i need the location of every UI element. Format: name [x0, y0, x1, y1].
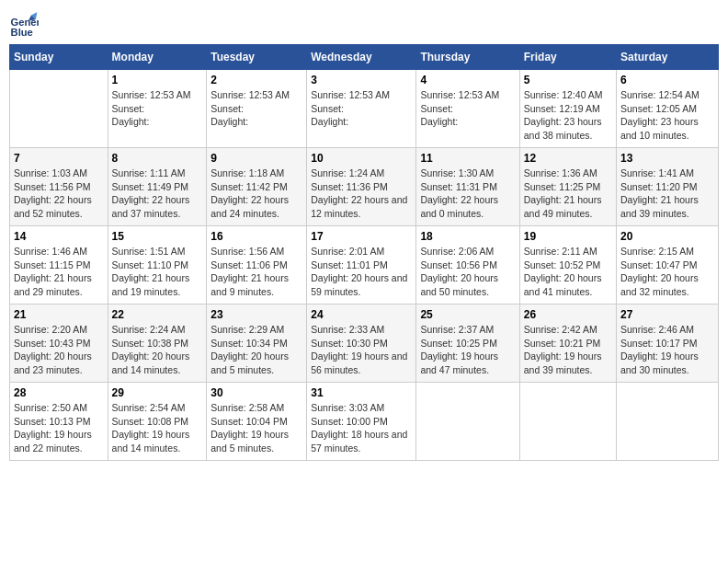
day-number: 27 — [620, 308, 714, 321]
day-cell: 27Sunrise: 2:46 AM Sunset: 10:17 PM Dayl… — [617, 304, 719, 383]
day-number: 2 — [210, 74, 302, 86]
day-number: 28 — [14, 386, 104, 399]
day-info: Sunrise: 12:53 AM Sunset: Daylight: — [311, 88, 412, 129]
day-cell: 3Sunrise: 12:53 AM Sunset: Daylight: — [307, 70, 416, 148]
day-cell: 31Sunrise: 3:03 AM Sunset: 10:00 PM Dayl… — [307, 383, 416, 461]
day-info: Sunrise: 12:54 AM Sunset: 12:05 AM Dayli… — [620, 88, 714, 143]
day-number: 22 — [112, 308, 203, 321]
day-info: Sunrise: 2:33 AM Sunset: 10:30 PM Daylig… — [311, 323, 412, 377]
calendar-table: SundayMondayTuesdayWednesdayThursdayFrid… — [9, 44, 719, 461]
day-info: Sunrise: 1:41 AM Sunset: 11:20 PM Daylig… — [620, 167, 714, 221]
day-cell: 21Sunrise: 2:20 AM Sunset: 10:43 PM Dayl… — [10, 304, 108, 383]
day-number: 10 — [311, 152, 412, 165]
day-number: 5 — [524, 74, 612, 86]
day-number: 19 — [524, 230, 612, 243]
day-cell: 4Sunrise: 12:53 AM Sunset: Daylight: — [416, 70, 519, 148]
day-info: Sunrise: 3:03 AM Sunset: 10:00 PM Daylig… — [311, 401, 412, 455]
day-info: Sunrise: 2:54 AM Sunset: 10:08 PM Daylig… — [112, 401, 203, 455]
week-row-4: 21Sunrise: 2:20 AM Sunset: 10:43 PM Dayl… — [10, 304, 719, 383]
day-cell: 22Sunrise: 2:24 AM Sunset: 10:38 PM Dayl… — [108, 304, 207, 383]
day-info: Sunrise: 2:37 AM Sunset: 10:25 PM Daylig… — [420, 323, 515, 377]
week-row-1: 1Sunrise: 12:53 AM Sunset: Daylight: 2Su… — [10, 70, 719, 148]
day-cell: 30Sunrise: 2:58 AM Sunset: 10:04 PM Dayl… — [207, 383, 307, 461]
day-info: Sunrise: 2:06 AM Sunset: 10:56 PM Daylig… — [420, 245, 515, 299]
week-row-5: 28Sunrise: 2:50 AM Sunset: 10:13 PM Dayl… — [10, 383, 719, 461]
days-header-row: SundayMondayTuesdayWednesdayThursdayFrid… — [10, 45, 719, 70]
day-number: 18 — [420, 230, 515, 243]
day-info: Sunrise: 1:51 AM Sunset: 11:10 PM Daylig… — [112, 245, 203, 299]
day-header-friday: Friday — [519, 45, 616, 70]
svg-text:Blue: Blue — [11, 27, 33, 38]
day-number: 12 — [524, 152, 612, 165]
day-cell — [519, 383, 616, 461]
day-cell: 20Sunrise: 2:15 AM Sunset: 10:47 PM Dayl… — [617, 226, 719, 304]
logo: General Blue — [9, 9, 42, 39]
day-number: 3 — [311, 74, 412, 86]
day-number: 6 — [620, 74, 714, 86]
day-cell: 2Sunrise: 12:53 AM Sunset: Daylight: — [207, 70, 307, 148]
day-cell: 19Sunrise: 2:11 AM Sunset: 10:52 PM Dayl… — [519, 226, 616, 304]
day-header-thursday: Thursday — [416, 45, 519, 70]
week-row-3: 14Sunrise: 1:46 AM Sunset: 11:15 PM Dayl… — [10, 226, 719, 304]
day-info: Sunrise: 2:24 AM Sunset: 10:38 PM Daylig… — [112, 323, 203, 377]
day-header-wednesday: Wednesday — [307, 45, 416, 70]
day-number: 29 — [112, 386, 203, 399]
day-cell: 11Sunrise: 1:30 AM Sunset: 11:31 PM Dayl… — [416, 148, 519, 226]
day-number: 1 — [112, 74, 203, 86]
day-cell: 8Sunrise: 1:11 AM Sunset: 11:49 PM Dayli… — [108, 148, 207, 226]
day-header-saturday: Saturday — [617, 45, 719, 70]
day-cell: 9Sunrise: 1:18 AM Sunset: 11:42 PM Dayli… — [207, 148, 307, 226]
day-cell: 5Sunrise: 12:40 AM Sunset: 12:19 AM Dayl… — [519, 70, 616, 148]
day-info: Sunrise: 2:20 AM Sunset: 10:43 PM Daylig… — [14, 323, 104, 377]
day-number: 15 — [112, 230, 203, 243]
day-cell: 14Sunrise: 1:46 AM Sunset: 11:15 PM Dayl… — [10, 226, 108, 304]
day-info: Sunrise: 1:11 AM Sunset: 11:49 PM Daylig… — [112, 167, 203, 221]
day-number: 13 — [620, 152, 714, 165]
calendar-body: 1Sunrise: 12:53 AM Sunset: Daylight: 2Su… — [10, 70, 719, 461]
day-number: 4 — [420, 74, 515, 86]
day-number: 7 — [14, 152, 104, 165]
day-cell — [617, 383, 719, 461]
day-info: Sunrise: 2:15 AM Sunset: 10:47 PM Daylig… — [620, 245, 714, 299]
day-cell: 17Sunrise: 2:01 AM Sunset: 11:01 PM Dayl… — [307, 226, 416, 304]
day-number: 8 — [112, 152, 203, 165]
day-number: 23 — [210, 308, 302, 321]
day-number: 21 — [14, 308, 104, 321]
day-cell: 25Sunrise: 2:37 AM Sunset: 10:25 PM Dayl… — [416, 304, 519, 383]
day-cell — [416, 383, 519, 461]
day-number: 26 — [524, 308, 612, 321]
day-number: 25 — [420, 308, 515, 321]
day-info: Sunrise: 2:50 AM Sunset: 10:13 PM Daylig… — [14, 401, 104, 455]
day-number: 31 — [311, 386, 412, 399]
day-cell — [10, 70, 108, 148]
day-info: Sunrise: 2:11 AM Sunset: 10:52 PM Daylig… — [524, 245, 612, 299]
day-info: Sunrise: 2:58 AM Sunset: 10:04 PM Daylig… — [210, 401, 302, 455]
day-cell: 13Sunrise: 1:41 AM Sunset: 11:20 PM Dayl… — [617, 148, 719, 226]
day-cell: 18Sunrise: 2:06 AM Sunset: 10:56 PM Dayl… — [416, 226, 519, 304]
logo-icon: General Blue — [9, 9, 39, 39]
day-info: Sunrise: 1:36 AM Sunset: 11:25 PM Daylig… — [524, 167, 612, 221]
day-number: 30 — [210, 386, 302, 399]
day-cell: 6Sunrise: 12:54 AM Sunset: 12:05 AM Dayl… — [617, 70, 719, 148]
day-info: Sunrise: 1:46 AM Sunset: 11:15 PM Daylig… — [14, 245, 104, 299]
day-cell: 12Sunrise: 1:36 AM Sunset: 11:25 PM Dayl… — [519, 148, 616, 226]
day-number: 16 — [210, 230, 302, 243]
day-header-sunday: Sunday — [10, 45, 108, 70]
day-header-tuesday: Tuesday — [207, 45, 307, 70]
day-info: Sunrise: 1:30 AM Sunset: 11:31 PM Daylig… — [420, 167, 515, 221]
day-cell: 10Sunrise: 1:24 AM Sunset: 11:36 PM Dayl… — [307, 148, 416, 226]
day-cell: 24Sunrise: 2:33 AM Sunset: 10:30 PM Dayl… — [307, 304, 416, 383]
day-number: 20 — [620, 230, 714, 243]
day-info: Sunrise: 2:46 AM Sunset: 10:17 PM Daylig… — [620, 323, 714, 377]
week-row-2: 7Sunrise: 1:03 AM Sunset: 11:56 PM Dayli… — [10, 148, 719, 226]
day-info: Sunrise: 1:18 AM Sunset: 11:42 PM Daylig… — [210, 167, 302, 221]
day-header-monday: Monday — [108, 45, 207, 70]
day-number: 14 — [14, 230, 104, 243]
day-cell: 7Sunrise: 1:03 AM Sunset: 11:56 PM Dayli… — [10, 148, 108, 226]
day-number: 24 — [311, 308, 412, 321]
day-info: Sunrise: 12:53 AM Sunset: Daylight: — [112, 88, 203, 129]
day-cell: 29Sunrise: 2:54 AM Sunset: 10:08 PM Dayl… — [108, 383, 207, 461]
day-cell: 26Sunrise: 2:42 AM Sunset: 10:21 PM Dayl… — [519, 304, 616, 383]
day-number: 11 — [420, 152, 515, 165]
day-number: 17 — [311, 230, 412, 243]
